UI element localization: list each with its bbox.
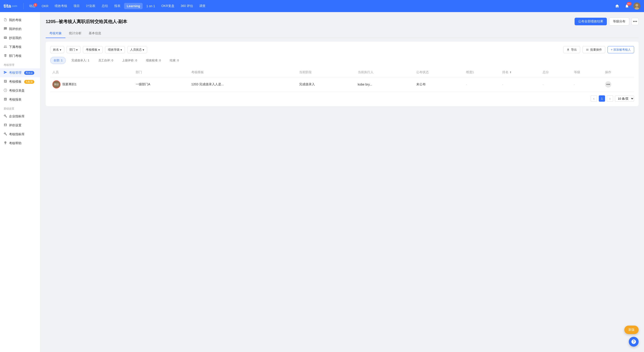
nav-item-xiangmu[interactable]: 项目 <box>71 3 82 10</box>
sidebar-label: 企业指标库 <box>9 114 25 118</box>
review-index-icon <box>4 132 7 136</box>
nav-item-jixiao[interactable]: 绩效考核 <box>52 3 70 10</box>
col-rank[interactable]: 排名 ⬆ <box>500 68 540 77</box>
stat-all[interactable]: 全部: 1 <box>50 57 66 64</box>
prev-page-button[interactable]: ‹ <box>591 96 597 102</box>
cell-dim1: - <box>464 77 500 92</box>
notification-button[interactable]: 99+ <box>624 2 630 10</box>
filter-grade[interactable]: 绩效等级 ▾ <box>105 46 125 53</box>
col-action: 操作 <box>603 68 634 77</box>
user-avatar[interactable] <box>633 2 640 10</box>
sidebar-item-evaluate-setting[interactable]: 评价设置 <box>0 121 40 130</box>
sidebar-label: 考核指标库 <box>9 132 25 136</box>
rank-sort-icon: ⬆ <box>510 71 512 74</box>
stat-superior-eval[interactable]: 上级评价: 0 <box>119 57 140 64</box>
table-row: 离职 我要离职1 一级部门A 1202-完成值录入人是... 完成值录入 kob… <box>50 77 634 92</box>
evaluate-setting-icon <box>4 123 7 128</box>
nav-items: 动态8OKR绩效考核项目计划表总结报表Learning1 on 1OKR复盘36… <box>26 3 614 10</box>
tab-stat-analysis[interactable]: 统计分析 <box>66 29 85 38</box>
col-grade: 等级 <box>572 68 603 77</box>
nav-item-1on1[interactable]: 1 on 1 <box>144 3 158 9</box>
sidebar-item-review-template[interactable]: 考核模板 先配置 <box>0 77 40 86</box>
stat-complete-input[interactable]: 完成值录入: 1 <box>68 57 92 64</box>
nav-item-dongtai[interactable]: 动态8 <box>26 3 38 10</box>
sidebar-label: 考核模板 <box>9 80 22 84</box>
sub-review-icon <box>4 45 7 49</box>
my-evaluate-icon <box>4 27 7 31</box>
sidebar-item-dept-review[interactable]: 部门考核 <box>0 52 40 60</box>
sidebar-item-sub-review[interactable]: 下属考核 <box>0 42 40 52</box>
sidebar-label: 考核管理 <box>9 71 22 75</box>
batch-button[interactable]: 批量操作 <box>582 46 605 53</box>
new-version-button[interactable]: 新版 <box>624 326 639 334</box>
sidebar-item-my-review[interactable]: 我的考核 <box>0 16 40 25</box>
my-review-icon <box>4 18 7 22</box>
action-more-button[interactable]: ••• <box>605 81 611 88</box>
sidebar-label: 抄送我的 <box>9 36 22 40</box>
review-template-badge: 先配置 <box>24 80 34 84</box>
filter-name[interactable]: 姓名 ▾ <box>50 46 64 53</box>
cell-current-executor: kobe bry... <box>356 77 414 92</box>
person-name: 我要离职1 <box>62 82 76 86</box>
publish-all-button[interactable]: 公布全部绩效结果 <box>574 18 607 25</box>
col-current-stage: 当前阶段 <box>297 68 356 77</box>
sidebar-label: 我评价的 <box>9 27 22 31</box>
tab-review-target[interactable]: 考核对象 <box>46 29 66 38</box>
nav-item-baobiao[interactable]: 报表 <box>112 3 123 10</box>
page-size-select[interactable]: 10 条/页 20 条/页 50 条/页 <box>615 96 634 102</box>
col-person: 人员 <box>50 68 134 77</box>
export-button[interactable]: 导出 <box>563 46 580 53</box>
sidebar-item-enterprise-index[interactable]: 企业指标库 <box>0 112 40 121</box>
sidebar-item-review-dashboard[interactable]: 考核仪表盘 <box>0 86 40 95</box>
col-dim1: 维度1 <box>464 68 500 77</box>
review-manage-icon <box>4 70 7 75</box>
sidebar-item-review-report[interactable]: 考核报表 <box>0 95 40 104</box>
nav-item-diaocha[interactable]: 调查 <box>196 3 208 10</box>
sidebar-item-my-evaluate[interactable]: 我评价的 <box>0 25 40 34</box>
support-button[interactable] <box>629 337 639 347</box>
home-button[interactable] <box>614 2 621 10</box>
nav-divider <box>24 3 24 9</box>
nav-right: 99+ <box>614 2 640 10</box>
review-template-icon <box>4 80 7 84</box>
stat-perf-check[interactable]: 绩效校准: 0 <box>143 57 164 64</box>
page-1-button[interactable]: 1 <box>599 96 605 102</box>
sidebar: 我的考核 我评价的 抄送我的 下属考核 部门考核 考核管理 考核管理 再发起 <box>0 12 40 352</box>
filter-template[interactable]: 考核模板 ▾ <box>83 46 103 53</box>
nav-item-zongjie[interactable]: 总结 <box>99 3 110 10</box>
svg-point-1 <box>636 4 638 6</box>
sidebar-item-review-help[interactable]: 考核帮助 <box>0 139 40 148</box>
filter-dept[interactable]: 部门 ▾ <box>66 46 80 53</box>
sidebar-item-review-index[interactable]: 考核指标库 <box>0 130 40 139</box>
col-publish-status: 公布状态 <box>414 68 464 77</box>
cell-action[interactable]: ••• <box>603 77 634 92</box>
nav-item-learning[interactable]: Learning <box>124 3 143 9</box>
add-reviewee-button[interactable]: + 添加被考核人 <box>608 46 634 53</box>
nav-item-okrfupan[interactable]: OKR复盘 <box>158 3 177 10</box>
stat-end[interactable]: 结束: 0 <box>166 57 182 64</box>
management-section-title: 考核管理 <box>0 60 40 68</box>
cell-total-score: - <box>540 77 572 92</box>
navbar: tita.com 动态8OKR绩效考核项目计划表总结报表Learning1 on… <box>0 0 644 12</box>
sidebar-label: 评价设置 <box>9 124 22 128</box>
tab-basic-info[interactable]: 基本信息 <box>85 29 105 38</box>
filter-status[interactable]: 人员状态 ▾ <box>127 46 147 53</box>
nav-item-jihuabiao[interactable]: 计划表 <box>83 3 98 10</box>
dept-review-icon <box>4 54 7 58</box>
review-help-icon <box>4 141 7 146</box>
sidebar-item-cc-me[interactable]: 抄送我的 <box>0 34 40 42</box>
grade-distribute-button[interactable]: 等级分布 <box>609 18 629 26</box>
sidebar-label: 我的考核 <box>9 18 22 22</box>
nav-badge-dongtai: 8 <box>34 3 37 7</box>
logo[interactable]: tita.com <box>4 3 17 9</box>
person-avatar: 离职 <box>52 80 60 88</box>
nav-item-okr[interactable]: OKR <box>39 3 51 9</box>
more-button[interactable]: ••• <box>632 18 639 25</box>
next-page-button[interactable]: › <box>607 96 613 102</box>
stat-self-eval[interactable]: 员工自评: 0 <box>95 57 116 64</box>
notification-badge: 99+ <box>627 2 632 6</box>
nav-item-360pinggu[interactable]: 360 评估 <box>178 3 196 10</box>
basic-section-title: 基础设置 <box>0 104 40 112</box>
sidebar-item-review-manage[interactable]: 考核管理 再发起 <box>0 68 40 77</box>
review-manage-badge: 再发起 <box>24 71 34 75</box>
